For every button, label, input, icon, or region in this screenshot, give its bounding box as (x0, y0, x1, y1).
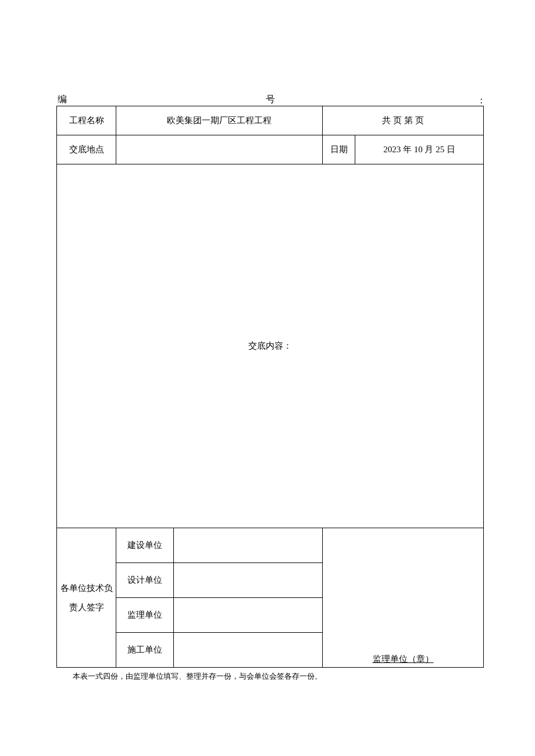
project-name-value: 欧美集团一期厂区工程工程 (116, 106, 323, 135)
signature-design-value (174, 563, 323, 598)
location-label: 交底地点 (57, 135, 116, 164)
page-info: 共 页 第 页 (323, 106, 484, 135)
serial-prefix-colon: : (471, 95, 483, 106)
document-page: 编 号 : 工程名称 欧美集团一期厂区工程工程 共 页 第 页 交底地点 日期 … (56, 93, 484, 682)
table-row: 交底地点 日期 2023 年 10 月 25 日 (57, 135, 484, 164)
location-value (116, 135, 323, 164)
table-row: 工程名称 欧美集团一期厂区工程工程 共 页 第 页 (57, 106, 484, 135)
signature-construction-value (174, 528, 323, 563)
content-row: 交底内容： (57, 164, 484, 528)
date-label: 日期 (323, 135, 355, 164)
project-name-label: 工程名称 (57, 106, 116, 135)
form-table: 工程名称 欧美集团一期厂区工程工程 共 页 第 页 交底地点 日期 2023 年… (56, 106, 484, 668)
serial-prefix-left: 编 (58, 94, 69, 106)
footer-note: 本表一式四份，由监理单位填写、整理并存一份，与会单位会签各存一份。 (56, 668, 484, 682)
signature-design-label: 设计单位 (116, 563, 174, 598)
stamp-label: 监理单位（章） (323, 654, 483, 665)
content-label: 交底内容： (248, 341, 292, 350)
signature-supervision-label: 监理单位 (116, 598, 174, 633)
content-cell: 交底内容： (57, 164, 484, 528)
signature-contractor-value (174, 633, 323, 668)
date-value: 2023 年 10 月 25 日 (355, 135, 484, 164)
signature-contractor-label: 施工单位 (116, 633, 174, 668)
signature-construction-label: 建设单位 (116, 528, 174, 563)
serial-number-row: 编 号 : (56, 93, 484, 106)
signature-supervision-value (174, 598, 323, 633)
stamp-cell: 监理单位（章） (323, 528, 484, 668)
table-row: 各单位技术负责人签字 建设单位 监理单位（章） (57, 528, 484, 563)
signature-group-label: 各单位技术负责人签字 (57, 528, 116, 668)
serial-prefix-mid: 号 (69, 94, 471, 106)
